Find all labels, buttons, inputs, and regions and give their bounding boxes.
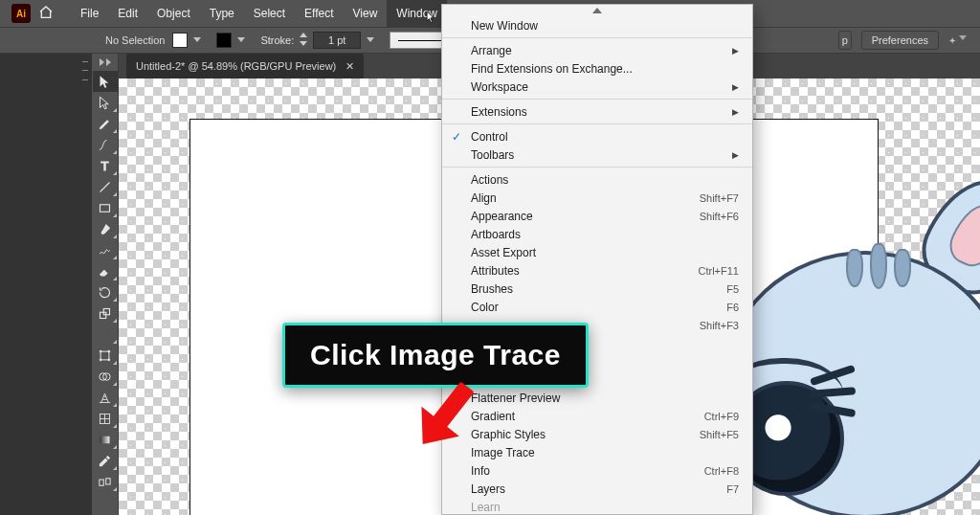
tool-type[interactable] (93, 155, 118, 176)
menu-select[interactable]: Select (244, 0, 295, 27)
doc-setup-peek[interactable]: p (838, 31, 852, 50)
svg-rect-13 (106, 478, 110, 483)
menu-effect[interactable]: Effect (295, 0, 343, 27)
menu-items-container: New WindowArrange▶Find Extensions on Exc… (442, 16, 752, 515)
menu-item-label: Align (471, 191, 497, 205)
menu-separator (442, 99, 752, 100)
menu-type[interactable]: Type (200, 0, 244, 27)
stroke-weight-field[interactable]: 1 pt (313, 32, 361, 49)
menu-view[interactable]: View (344, 0, 388, 27)
menu-item-new-window[interactable]: New Window (442, 16, 752, 34)
menu-label: Object (157, 7, 190, 20)
svg-rect-2 (103, 308, 109, 314)
menu-item-label: Layers (471, 482, 505, 496)
menu-item-color[interactable]: ColorF6 (442, 298, 752, 316)
menu-item-label: Image Trace (471, 446, 535, 459)
menu-item-layers[interactable]: LayersF7 (442, 480, 752, 498)
menu-label: Effect (304, 7, 333, 20)
menu-file[interactable]: File (71, 0, 108, 27)
tool-paintbrush[interactable] (93, 218, 118, 239)
tool-gradient[interactable] (93, 429, 118, 450)
preferences-button[interactable]: Preferences (861, 31, 939, 50)
stroke-label: Stroke: (260, 34, 294, 46)
fill-swatch[interactable] (172, 33, 188, 48)
menu-item-control[interactable]: ✓Control (442, 127, 752, 146)
document-tab[interactable]: Untitled-2* @ 54.89% (RGB/GPU Preview) ✕ (126, 54, 364, 78)
tool-eyedropper[interactable] (93, 450, 118, 471)
stroke-weight-dropdown-icon[interactable] (367, 37, 374, 43)
menu-scroll-up-icon[interactable] (442, 5, 752, 16)
svg-rect-3 (100, 351, 109, 360)
stroke-swatch[interactable] (216, 33, 232, 48)
home-icon[interactable] (38, 5, 54, 23)
menu-item-arrange[interactable]: Arrange▶ (442, 41, 752, 59)
toolbox (92, 54, 119, 515)
tool-curvature[interactable] (93, 134, 118, 155)
tool-line[interactable] (93, 176, 118, 197)
tool-pen[interactable] (93, 113, 118, 134)
menu-item-attributes[interactable]: AttributesCtrl+F11 (442, 261, 752, 280)
svg-rect-12 (100, 480, 103, 485)
tool-width[interactable] (93, 324, 118, 345)
tool-rectangle[interactable] (93, 197, 118, 218)
stroke-stepper-icon[interactable] (300, 33, 307, 48)
align-dropdown-icon[interactable] (959, 35, 967, 41)
menu-item-align[interactable]: AlignShift+F7 (442, 189, 752, 207)
tool-shape-builder[interactable] (93, 366, 118, 387)
selection-status: No Selection (92, 34, 165, 46)
tool-shaper[interactable] (93, 239, 118, 260)
stroke-dropdown-icon[interactable] (237, 37, 245, 43)
menu-item-appearance[interactable]: AppearanceShift+F6 (442, 207, 752, 225)
tool-scale[interactable] (93, 302, 118, 324)
align-icons[interactable]: ✦ (948, 35, 967, 46)
menu-item-learn[interactable]: Learn (442, 498, 752, 515)
menu-item-label: Toolbars (471, 148, 514, 162)
menu-object[interactable]: Object (147, 0, 200, 27)
star-icon: ✦ (948, 35, 956, 46)
tool-free-transform[interactable] (93, 345, 118, 366)
menu-item-label: Learn (471, 501, 501, 514)
menu-label: Select (254, 7, 285, 20)
check-icon: ✓ (452, 130, 461, 144)
menu-item-info[interactable]: InfoCtrl+F8 (442, 461, 752, 480)
menu-edit[interactable]: Edit (108, 0, 147, 27)
menu-item-asset-export[interactable]: Asset Export (442, 243, 752, 261)
menu-item-brushes[interactable]: BrushesF5 (442, 280, 752, 298)
tool-eraser[interactable] (93, 260, 118, 281)
submenu-chevron-icon: ▶ (732, 82, 739, 92)
menu-item-image-trace[interactable]: Image Trace (442, 443, 752, 461)
svg-rect-11 (100, 436, 110, 443)
menu-item-shortcut: Shift+F6 (700, 211, 739, 222)
instruction-text: Click Image Trace (310, 339, 561, 371)
tool-perspective[interactable] (93, 387, 118, 408)
tool-rotate[interactable] (93, 281, 118, 302)
menu-item-label: Appearance (471, 210, 533, 223)
svg-rect-1 (100, 312, 106, 318)
menu-item-label: Brushes (471, 282, 513, 296)
menu-item-workspace[interactable]: Workspace▶ (442, 78, 752, 96)
tool-mesh[interactable] (93, 408, 118, 429)
mouse-cursor-icon (426, 11, 435, 24)
menu-separator (442, 123, 752, 124)
close-icon[interactable]: ✕ (345, 60, 354, 73)
menu-item-shortcut: Shift+F5 (700, 429, 739, 440)
menu-item-extensions[interactable]: Extensions▶ (442, 102, 752, 121)
panel-handle[interactable] (82, 57, 88, 84)
svg-point-5 (108, 350, 110, 352)
menu-item-toolbars[interactable]: Toolbars▶ (442, 146, 752, 164)
menu-item-artboards[interactable]: Artboards (442, 225, 752, 243)
fill-dropdown-icon[interactable] (193, 37, 201, 43)
menu-item-graphic-styles[interactable]: Graphic StylesShift+F5 (442, 425, 752, 443)
menu-label: File (80, 7, 99, 20)
menu-label: Type (210, 7, 234, 20)
submenu-chevron-icon: ▶ (732, 46, 739, 56)
menu-item-find-extensions-on-exchange[interactable]: Find Extensions on Exchange... (442, 59, 752, 78)
tool-direct-selection[interactable] (93, 92, 118, 113)
tool-selection[interactable] (93, 71, 118, 92)
tool-blend[interactable] (93, 471, 118, 492)
menu-item-actions[interactable]: Actions (442, 170, 752, 189)
menu-item-label: Arrange (471, 44, 512, 57)
illustrator-logo-icon: Ai (11, 4, 31, 23)
menu-window[interactable]: Window (387, 0, 447, 27)
toolbox-expand-icon[interactable] (97, 57, 114, 67)
